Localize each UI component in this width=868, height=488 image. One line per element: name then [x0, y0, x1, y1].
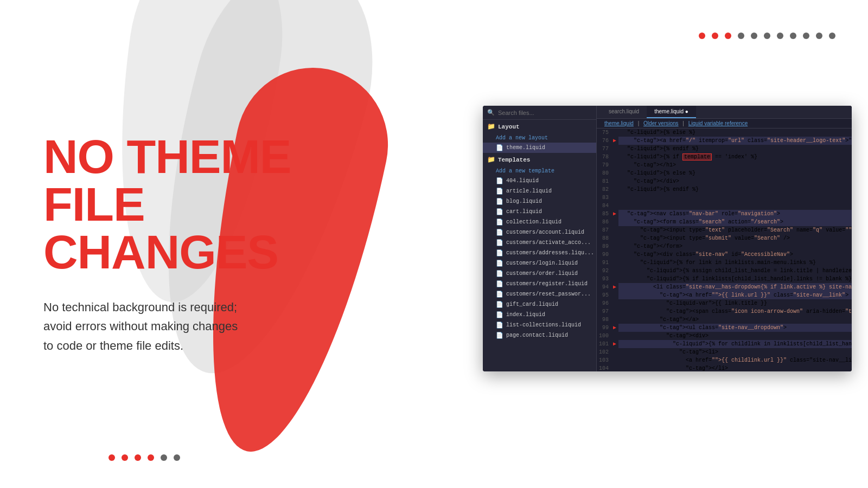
- dot: [148, 454, 154, 461]
- file-item[interactable]: 📄customers/reset_passwor...: [483, 289, 596, 299]
- file-name: page.contact.liquid: [506, 332, 568, 338]
- code-line: 100 "c-tag"><div>: [597, 332, 852, 340]
- code-line: 90 "c-tag"><div class="site-nav" id="Acc…: [597, 251, 852, 259]
- line-content: "c-liquid">{% else %}: [618, 169, 852, 177]
- file-item[interactable]: 📄customers/register.liquid: [483, 279, 596, 289]
- file-item[interactable]: 📄page.contact.liquid: [483, 330, 596, 341]
- file-icon: 📄: [496, 229, 503, 236]
- file-icon: 📄: [496, 332, 503, 339]
- breadcrumb-sep1: |: [638, 120, 640, 126]
- editor-breadcrumb: theme.liquid | Older versions | Liquid v…: [597, 119, 852, 129]
- line-number: 88: [597, 234, 613, 242]
- line-number: 104: [597, 364, 613, 371]
- dot: [738, 33, 744, 39]
- line-number: 93: [597, 275, 613, 283]
- tab-theme-liquid[interactable]: theme.liquid ●: [647, 106, 696, 118]
- line-content: "c-tag"></a>: [618, 316, 852, 324]
- line-content: "c-tag"><form class="search" action="/se…: [618, 218, 852, 226]
- code-line: 102 "c-tag"><li>: [597, 348, 852, 356]
- code-line: 96 "c-liquid-var">{{ link.title }}: [597, 299, 852, 307]
- dot: [829, 33, 835, 39]
- search-bar[interactable]: 🔍: [483, 106, 596, 120]
- file-name: collection.liquid: [506, 219, 561, 225]
- line-content: <li class="site-nav__has-dropdown{% if l…: [618, 283, 852, 291]
- file-item[interactable]: 📄collection.liquid: [483, 217, 596, 227]
- dot: [764, 33, 770, 39]
- add-template-link[interactable]: Add a new template: [483, 166, 596, 176]
- editor-tabs-bar: search.liquid theme.liquid ●: [597, 106, 852, 119]
- line-content: "c-liquid">{% if linklists[child_list_ha…: [618, 275, 852, 283]
- code-line: 89 "c-tag"></form>: [597, 242, 852, 251]
- tab-search-liquid[interactable]: search.liquid: [601, 106, 647, 118]
- dot: [751, 33, 757, 39]
- line-arrow: [613, 299, 618, 307]
- file-item[interactable]: 📄customers/login.liquid: [483, 258, 596, 268]
- file-item[interactable]: 📄index.liquid: [483, 310, 596, 320]
- line-arrow: [613, 145, 618, 153]
- search-input[interactable]: [498, 110, 592, 116]
- dot: [712, 33, 718, 39]
- file-item-theme-liquid[interactable]: 📄 theme.liquid: [483, 143, 596, 153]
- breadcrumb-liquid-ref[interactable]: Liquid variable reference: [688, 120, 748, 126]
- file-item[interactable]: 📄blog.liquid: [483, 196, 596, 207]
- code-line: 104 "c-tag"></li>: [597, 364, 852, 371]
- breadcrumb-older-versions[interactable]: Older versions: [643, 120, 678, 126]
- line-content: "c-liquid">{% for link in linklists.main…: [618, 259, 852, 267]
- line-content: "c-tag"><ul class="site-nav__dropdown">: [618, 324, 852, 332]
- line-content: <a href="">{{ childlink.url }}" class="s…: [618, 356, 852, 364]
- file-item[interactable]: 📄404.liquid: [483, 176, 596, 186]
- code-line: 95 "c-tag"><a href="">{{ link.url }}" cl…: [597, 291, 852, 299]
- code-line: 81 "c-tag"></div>: [597, 177, 852, 185]
- code-editor-panel: 🔍 📁 Layout Add a new layout 📄 theme.liqu…: [483, 106, 852, 371]
- line-arrow: [613, 177, 618, 185]
- code-area[interactable]: 75 "c-liquid">{% else %}76▶ "c-tag"><a h…: [597, 129, 852, 371]
- heading-line2: FILE CHANGES: [43, 177, 278, 279]
- layout-section-header[interactable]: 📁 Layout: [483, 120, 596, 133]
- file-name: cart.liquid: [506, 209, 542, 215]
- file-name: index.liquid: [506, 312, 545, 318]
- code-line: 79 "c-tag"></h1>: [597, 161, 852, 169]
- dot: [725, 33, 731, 39]
- line-content: "c-tag"><span class="icon icon-arrow-dow…: [618, 307, 852, 316]
- line-number: 83: [597, 194, 613, 202]
- line-content: "c-tag"><div>: [618, 332, 852, 340]
- line-arrow: [613, 129, 618, 137]
- templates-section-header[interactable]: 📁 Templates: [483, 153, 596, 166]
- line-arrow: [613, 307, 618, 316]
- add-layout-link[interactable]: Add a new layout: [483, 133, 596, 143]
- file-item[interactable]: 📄article.liquid: [483, 186, 596, 196]
- editor-sidebar[interactable]: 🔍 📁 Layout Add a new layout 📄 theme.liqu…: [483, 106, 597, 371]
- line-arrow: [613, 348, 618, 356]
- line-arrow: [613, 185, 618, 194]
- templates-section-label: Templates: [498, 157, 530, 163]
- file-item[interactable]: 📄gift_card.liquid: [483, 299, 596, 310]
- line-arrow: ▶: [613, 210, 618, 218]
- editor-main: search.liquid theme.liquid ● theme.liqui…: [597, 106, 852, 371]
- line-arrow: [613, 218, 618, 226]
- line-arrow: [613, 251, 618, 259]
- file-item[interactable]: 📄customers/activate_acco...: [483, 237, 596, 248]
- file-item[interactable]: 📄list-collections.liquid: [483, 320, 596, 330]
- line-number: 90: [597, 251, 613, 259]
- line-content: [618, 194, 852, 202]
- file-icon: 📄: [496, 311, 503, 318]
- file-icon: 📄: [496, 280, 503, 287]
- line-number: 91: [597, 259, 613, 267]
- dot: [777, 33, 783, 39]
- code-line: 93 "c-liquid">{% if linklists[child_list…: [597, 275, 852, 283]
- line-content: "c-liquid">{% if template == 'index' %}: [618, 153, 852, 161]
- code-line: 97 "c-tag"><span class="icon icon-arrow-…: [597, 307, 852, 316]
- file-name: list-collections.liquid: [506, 322, 581, 328]
- file-item[interactable]: 📄customers/addresses.liqu...: [483, 248, 596, 258]
- file-item[interactable]: 📄customers/account.liquid: [483, 227, 596, 237]
- line-arrow: [613, 291, 618, 299]
- file-item[interactable]: 📄cart.liquid: [483, 207, 596, 217]
- line-arrow: [613, 202, 618, 210]
- line-content: "c-tag"></div>: [618, 177, 852, 185]
- line-arrow: [613, 169, 618, 177]
- code-line: 77 "c-liquid">{% endif %}: [597, 145, 852, 153]
- breadcrumb-theme[interactable]: theme.liquid: [604, 120, 634, 126]
- file-item[interactable]: 📄customers/order.liquid: [483, 268, 596, 279]
- file-name: customers/order.liquid: [506, 271, 578, 277]
- line-number: 80: [597, 169, 613, 177]
